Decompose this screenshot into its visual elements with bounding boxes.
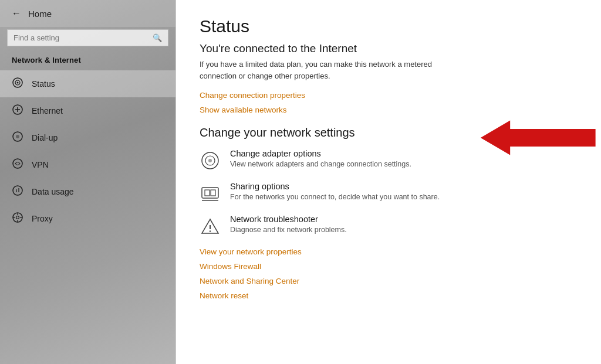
- search-box: 🔍: [7, 29, 168, 46]
- svg-point-20: [208, 159, 212, 162]
- home-label: Home: [28, 9, 52, 19]
- svg-rect-23: [211, 190, 215, 196]
- adapter-option: Change adapter options View network adap…: [200, 149, 578, 171]
- home-icon: ←: [12, 8, 21, 19]
- sharing-option-text: Sharing options For the networks you con…: [230, 182, 440, 203]
- sidebar-item-status-label: Status: [32, 79, 55, 89]
- sidebar-section-title: Network & Internet: [0, 52, 175, 70]
- troubleshooter-icon: [200, 216, 221, 237]
- datausage-nav-icon: [12, 185, 23, 198]
- svg-rect-22: [205, 190, 210, 196]
- page-title: Status: [200, 16, 578, 36]
- svg-point-26: [210, 230, 211, 232]
- sidebar-item-status[interactable]: Status: [0, 70, 175, 97]
- troubleshooter-option-desc: Diagnose and fix network problems.: [230, 225, 347, 236]
- status-description: If you have a limited data plan, you can…: [200, 59, 446, 81]
- proxy-nav-icon: [12, 212, 23, 225]
- bottom-links: View your network properties Windows Fir…: [200, 247, 578, 300]
- windows-firewall-link[interactable]: Windows Firewall: [200, 262, 578, 271]
- svg-point-8: [13, 159, 22, 168]
- adapter-icon: [200, 150, 221, 171]
- svg-point-13: [16, 216, 19, 219]
- network-sharing-center-link[interactable]: Network and Sharing Center: [200, 277, 578, 285]
- adapter-option-desc: View network adapters and change connect…: [230, 159, 411, 170]
- show-available-networks-link[interactable]: Show available networks: [200, 106, 578, 114]
- svg-rect-10: [16, 189, 17, 192]
- sharing-option-desc: For the networks you connect to, decide …: [230, 192, 440, 203]
- main-content: Status You're connected to the Internet …: [176, 0, 601, 364]
- network-reset-link[interactable]: Network reset: [200, 291, 578, 300]
- sidebar-item-dialup[interactable]: Dial-up: [0, 124, 175, 151]
- sharing-option: Sharing options For the networks you con…: [200, 182, 578, 204]
- sidebar-item-dialup-label: Dial-up: [32, 133, 58, 142]
- home-button[interactable]: ← Home: [0, 0, 175, 27]
- adapter-option-text: Change adapter options View network adap…: [230, 149, 411, 170]
- sidebar-item-proxy[interactable]: Proxy: [0, 205, 175, 232]
- sidebar-item-datausage[interactable]: Data usage: [0, 178, 175, 205]
- troubleshooter-option-text: Network troubleshooter Diagnose and fix …: [230, 215, 347, 236]
- search-icon[interactable]: 🔍: [153, 33, 162, 42]
- ethernet-nav-icon: [12, 104, 23, 117]
- troubleshooter-option: Network troubleshooter Diagnose and fix …: [200, 215, 578, 237]
- search-input[interactable]: [13, 33, 149, 42]
- sidebar-item-vpn[interactable]: VPN: [0, 151, 175, 178]
- sidebar-item-ethernet[interactable]: Ethernet: [0, 97, 175, 124]
- sidebar-item-ethernet-label: Ethernet: [32, 106, 63, 115]
- svg-point-2: [17, 82, 19, 84]
- svg-rect-21: [202, 188, 218, 198]
- status-nav-icon: [12, 77, 23, 90]
- troubleshooter-option-title: Network troubleshooter: [230, 215, 347, 224]
- svg-point-9: [13, 186, 22, 195]
- adapter-option-title: Change adapter options: [230, 149, 411, 158]
- svg-point-7: [16, 135, 19, 138]
- dialup-nav-icon: [12, 131, 23, 144]
- sharing-option-title: Sharing options: [230, 182, 440, 191]
- sharing-icon: [200, 183, 221, 204]
- sidebar-item-datausage-label: Data usage: [32, 187, 74, 196]
- sidebar-item-proxy-label: Proxy: [32, 214, 53, 223]
- vpn-nav-icon: [12, 158, 23, 171]
- sidebar-item-vpn-label: VPN: [32, 160, 49, 169]
- svg-rect-11: [18, 188, 19, 192]
- change-connection-props-link[interactable]: Change connection properties: [200, 91, 578, 100]
- view-network-properties-link[interactable]: View your network properties: [200, 247, 578, 256]
- connected-status-text: You're connected to the Internet: [200, 42, 578, 55]
- change-network-settings-heading: Change your network settings: [200, 126, 578, 140]
